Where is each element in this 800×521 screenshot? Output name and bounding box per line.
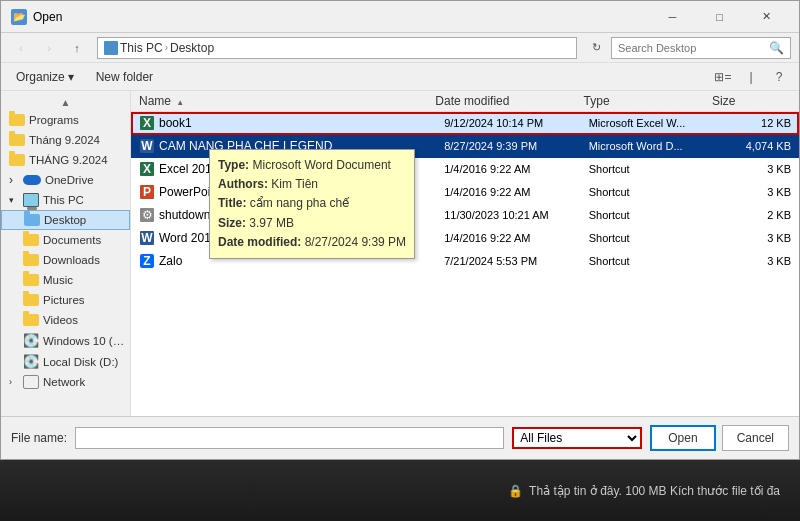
tooltip-authors: Authors: Kim Tiên [218,175,406,194]
dialog-title: Open [33,10,62,24]
folder-icon-videos [23,314,39,326]
sidebar-item-desktop[interactable]: Desktop [1,210,130,230]
sidebar-label-network: Network [43,376,85,388]
file-type-word2016: Shortcut [589,232,714,244]
folder-icon-thang9 [9,134,25,146]
file-type-book1: Microsoft Excel W... [589,117,714,129]
sidebar: ▲ Programs Tháng 9.2024 THÁNG 9.2024 › O… [1,91,131,416]
file-name-book1: book1 [159,116,444,130]
sidebar-item-windows10c[interactable]: 💽 Windows 10 (C:) [1,330,130,351]
new-folder-button[interactable]: New folder [89,67,160,87]
file-type-camnang: Microsoft Word D... [589,140,714,152]
sidebar-label-downloads: Downloads [43,254,100,266]
zalo-icon: Z [139,253,155,269]
onedrive-icon [23,175,41,185]
file-date-zalo: 7/21/2024 5:53 PM [444,255,589,267]
cancel-button[interactable]: Cancel [722,425,789,451]
sidebar-item-network[interactable]: › Network [1,372,130,392]
folder-icon-documents [23,234,39,246]
svg-text:W: W [141,139,153,153]
organize-button[interactable]: Organize ▾ [9,67,81,87]
file-size-word2016: 3 KB [714,232,791,244]
tooltip-size: Size: 3.97 MB [218,214,406,233]
tooltip-title: Title: cẩm nang pha chế [218,194,406,213]
file-date-excel2016: 1/4/2016 9:22 AM [444,163,589,175]
forward-button[interactable]: › [37,37,61,59]
folder-icon-pictures [23,294,39,306]
svg-text:⚙: ⚙ [142,208,153,222]
folder-icon-desktop [24,214,40,226]
address-thispc: This PC [120,41,163,55]
tooltip-date: Date modified: 8/27/2024 9:39 PM [218,233,406,252]
action-bar-right: ⊞= | ? [711,66,791,88]
file-date-book1: 9/12/2024 10:14 PM [444,117,589,129]
sidebar-label-thang9: Tháng 9.2024 [29,134,100,146]
dialog-icon [11,9,27,25]
sidebar-label-documents: Documents [43,234,101,246]
help-button[interactable]: ? [767,66,791,88]
up-button[interactable]: ↑ [65,37,89,59]
maximize-button[interactable]: □ [697,7,742,27]
svg-text:W: W [141,231,153,245]
upload-text: Thả tập tin ở đây. 100 MB Kích thước fil… [529,484,780,498]
sidebar-label-onedrive: OneDrive [45,174,94,186]
word-icon-word2016: W [139,230,155,246]
back-button[interactable]: ‹ [9,37,33,59]
title-bar: Open ─ □ ✕ [1,1,799,33]
address-bar[interactable]: This PC › Desktop [97,37,577,59]
refresh-button[interactable]: ↻ [585,37,607,59]
file-size-book1: 12 KB [714,117,791,129]
word-icon-camnang: W [139,138,155,154]
drive-icon-d: 💽 [23,354,39,369]
column-size[interactable]: Size [712,94,791,108]
bottom-bar: File name: All Files Open Cancel [1,416,799,459]
sidebar-item-thang9[interactable]: Tháng 9.2024 [1,130,130,150]
search-input[interactable] [618,42,769,54]
drive-icon-c: 💽 [23,333,39,348]
sidebar-item-documents[interactable]: Documents [1,230,130,250]
sidebar-label-localdiskd: Local Disk (D:) [43,356,118,368]
view-grid-button[interactable]: ⊞= [711,66,735,88]
address-parts: This PC › Desktop [104,41,214,55]
folder-icon-thang9b [9,154,25,166]
filetype-select[interactable]: All Files [512,427,642,449]
search-bar[interactable]: 🔍 [611,37,791,59]
upload-icon: 🔒 [508,484,523,498]
svg-text:X: X [143,162,151,176]
file-list-header: Name ▲ Date modified Type Size [131,91,799,112]
pc-icon-sidebar [23,193,39,207]
organize-arrow: ▾ [68,70,74,84]
file-tooltip: Type: Microsoft Word Document Authors: K… [209,149,415,259]
sidebar-item-music[interactable]: Music [1,270,130,290]
minimize-button[interactable]: ─ [650,7,695,27]
file-size-camnang: 4,074 KB [714,140,791,152]
file-size-powerpoint: 3 KB [714,186,791,198]
filename-input[interactable] [75,427,504,449]
sidebar-item-thispc[interactable]: ▾ This PC [1,190,130,210]
svg-text:Z: Z [143,254,150,268]
file-date-powerpoint: 1/4/2016 9:22 AM [444,186,589,198]
sidebar-label-thispc: This PC [43,194,84,206]
column-date[interactable]: Date modified [435,94,583,108]
sidebar-label-windows10c: Windows 10 (C:) [43,335,126,347]
sidebar-item-onedrive[interactable]: › OneDrive [1,170,130,190]
sidebar-item-downloads[interactable]: Downloads [1,250,130,270]
close-button[interactable]: ✕ [744,7,789,27]
open-button[interactable]: Open [650,425,715,451]
filename-label: File name: [11,431,67,445]
sidebar-label-pictures: Pictures [43,294,85,306]
network-icon [23,375,39,389]
sidebar-item-videos[interactable]: Videos [1,310,130,330]
sidebar-item-pictures[interactable]: Pictures [1,290,130,310]
column-name[interactable]: Name ▲ [139,94,435,108]
file-row-book1[interactable]: X book1 9/12/2024 10:14 PM Microsoft Exc… [131,112,799,135]
sidebar-item-localdiskd[interactable]: 💽 Local Disk (D:) [1,351,130,372]
action-bar: Organize ▾ New folder ⊞= | ? [1,63,799,91]
thispc-expand: ▾ [9,195,19,205]
sidebar-item-programs[interactable]: Programs [1,110,130,130]
column-type[interactable]: Type [584,94,712,108]
excel-icon-book1: X [139,115,155,131]
upload-hint: 🔒 Thả tập tin ở đây. 100 MB Kích thước f… [508,484,780,498]
sidebar-item-thang9b[interactable]: THÁNG 9.2024 [1,150,130,170]
svg-text:X: X [143,116,151,130]
